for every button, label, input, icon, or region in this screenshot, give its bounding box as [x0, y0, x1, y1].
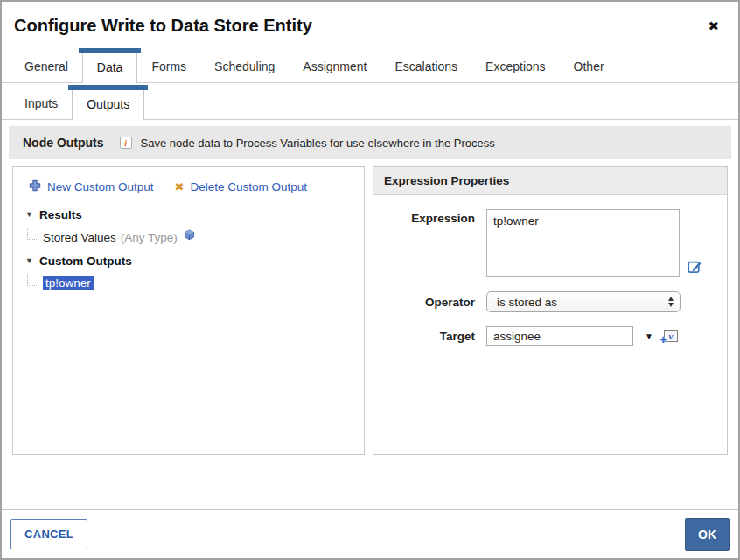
tab-assignment[interactable]: Assignment [289, 52, 380, 82]
subtab-label: Inputs [24, 96, 58, 110]
plus-icon [29, 179, 41, 194]
dialog-header: Configure Write to Data Store Entity ✖ [2, 2, 738, 45]
tab-exceptions[interactable]: Exceptions [471, 52, 559, 82]
tree-item-tp-owner[interactable]: tp!owner [25, 275, 353, 290]
expression-label: Expression [387, 209, 475, 277]
subtab-outputs[interactable]: Outputs [72, 88, 144, 120]
datatype-cube-icon [184, 229, 195, 243]
select-stepper-icon [668, 297, 674, 307]
main-tab-bar: General Data Forms Scheduling Assignment… [2, 45, 738, 83]
new-custom-output-button[interactable]: New Custom Output [29, 179, 154, 194]
subtab-label: Outputs [87, 97, 129, 111]
tab-escalations[interactable]: Escalations [381, 52, 472, 82]
collapse-triangle-icon: ▼ [25, 257, 33, 265]
ok-button[interactable]: OK [685, 518, 730, 551]
delete-custom-output-button[interactable]: ✖ Delete Custom Output [175, 180, 307, 193]
pencil-icon [688, 259, 702, 277]
variable-v-icon: v [668, 332, 673, 341]
edit-expression-button[interactable] [688, 259, 702, 277]
selected-custom-output: tp!owner [43, 276, 94, 290]
custom-outputs-label: Custom Outputs [39, 255, 132, 268]
dialog-title: Configure Write to Data Store Entity [14, 16, 312, 36]
close-button[interactable]: ✖ [702, 18, 724, 34]
expression-properties-header: Expression Properties [373, 167, 727, 195]
expression-properties-body: Expression tp!owner Operator is stored a… [373, 195, 727, 374]
expression-properties-panel: Expression Properties Expression tp!owne… [373, 166, 728, 455]
close-icon: ✖ [708, 18, 719, 33]
tree-item-stored-values[interactable]: Stored Values (Any Type) [25, 228, 353, 244]
tab-label: Data [97, 60, 123, 74]
outputs-tree-panel: New Custom Output ✖ Delete Custom Output… [12, 166, 365, 455]
plus-badge-icon: ✚ [660, 336, 667, 345]
expression-row: Expression tp!owner [387, 209, 713, 277]
delete-custom-output-label: Delete Custom Output [190, 180, 307, 193]
target-input[interactable] [486, 326, 633, 346]
target-label: Target [387, 330, 475, 343]
collapse-triangle-icon: ▼ [25, 211, 33, 219]
target-field-group: ▼ v ✚ [486, 326, 678, 346]
info-icon: i [120, 136, 132, 149]
results-label: Results [39, 208, 82, 221]
tab-scheduling[interactable]: Scheduling [200, 52, 289, 82]
operator-selected-value: is stored as [497, 296, 668, 309]
operator-row: Operator is stored as [387, 291, 713, 312]
tree-connector [27, 275, 37, 286]
dialog-footer: CANCEL OK [2, 509, 738, 558]
tree-node-custom-outputs[interactable]: ▼ Custom Outputs [25, 255, 353, 268]
tab-general[interactable]: General [10, 52, 82, 82]
target-dropdown-icon[interactable]: ▼ [645, 332, 653, 341]
tab-other[interactable]: Other [560, 52, 618, 82]
node-outputs-banner: Node Outputs i Save node data to Process… [9, 126, 731, 159]
outputs-tree: ▼ Results Stored Values (Any Type) ▼ Cus… [24, 208, 353, 290]
node-outputs-description: Save node data to Process Variables for … [141, 136, 495, 150]
tab-label: Exceptions [485, 60, 545, 74]
cancel-button[interactable]: CANCEL [10, 519, 87, 550]
stored-values-label: Stored Values [43, 231, 116, 244]
tab-forms[interactable]: Forms [137, 52, 200, 82]
new-custom-output-label: New Custom Output [47, 180, 154, 193]
tab-label: Other [574, 60, 604, 74]
data-sub-tab-bar: Inputs Outputs [2, 83, 738, 120]
target-row: Target ▼ v ✚ [387, 326, 713, 346]
tab-label: Escalations [395, 60, 458, 74]
stored-values-type: (Any Type) [121, 231, 178, 244]
tab-label: Assignment [303, 60, 367, 74]
tab-label: General [24, 60, 68, 74]
expression-field-group: tp!owner [486, 209, 702, 277]
content-panels: New Custom Output ✖ Delete Custom Output… [12, 166, 728, 455]
delete-icon: ✖ [175, 181, 185, 192]
tab-label: Forms [151, 60, 186, 74]
new-variable-button[interactable]: v ✚ [664, 330, 678, 342]
node-outputs-title: Node Outputs [23, 136, 104, 150]
tree-node-results[interactable]: ▼ Results [25, 208, 353, 221]
tree-toolbar: New Custom Output ✖ Delete Custom Output [29, 179, 353, 194]
tab-label: Scheduling [214, 60, 275, 74]
operator-label: Operator [387, 296, 475, 309]
tree-connector [27, 228, 37, 240]
operator-select[interactable]: is stored as [486, 291, 681, 312]
tab-data[interactable]: Data [82, 52, 138, 83]
expression-textarea[interactable]: tp!owner [486, 209, 680, 277]
configure-dialog: Configure Write to Data Store Entity ✖ G… [0, 0, 740, 560]
subtab-inputs[interactable]: Inputs [10, 88, 72, 119]
